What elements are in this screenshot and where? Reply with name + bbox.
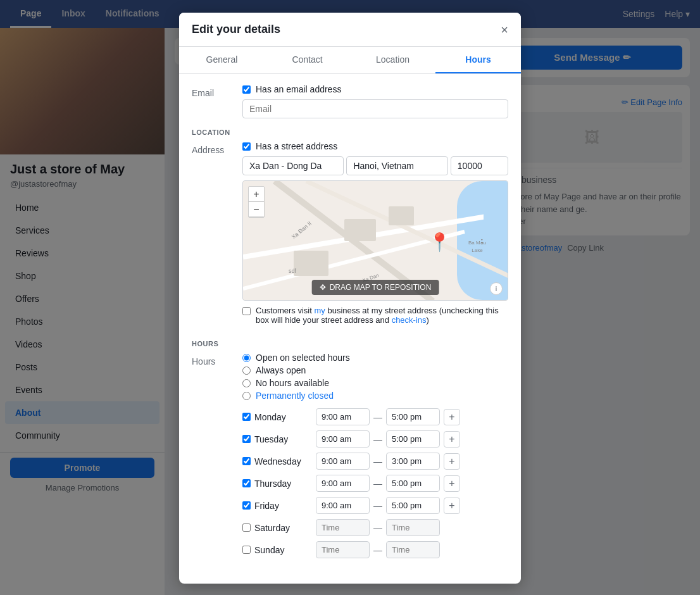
sunday-label[interactable]: Sunday [254, 545, 284, 555]
tuesday-dash: — [373, 434, 382, 444]
tab-location[interactable]: Location [350, 47, 435, 73]
tab-hours[interactable]: Hours [435, 47, 521, 73]
friday-check: Friday [242, 501, 312, 511]
saturday-open-time[interactable] [316, 519, 370, 536]
label-perm-closed[interactable]: Permanently closed [256, 391, 334, 401]
customers-visit-label[interactable]: Customers visit my business at my street… [256, 306, 508, 325]
wednesday-open-time[interactable] [316, 453, 370, 470]
radio-always-open[interactable] [242, 366, 251, 375]
radio-no-hours[interactable] [242, 379, 251, 387]
day-row-friday: Friday — + [242, 497, 508, 514]
address-zip-input[interactable] [451, 156, 508, 175]
monday-close-time[interactable] [386, 408, 440, 425]
thursday-add-button[interactable]: + [444, 475, 460, 492]
modal-body: Email Has an email address LOCATION Addr… [179, 74, 521, 584]
location-section-label: LOCATION [192, 128, 508, 136]
map-zoom-out-button[interactable]: − [249, 202, 264, 217]
has-address-label[interactable]: Has a street address [256, 141, 337, 151]
sunday-checkbox[interactable] [242, 546, 251, 554]
map-zoom-controls: + − [248, 186, 265, 218]
radio-perm-closed[interactable] [242, 392, 251, 400]
sunday-close-time[interactable] [386, 541, 440, 558]
tuesday-label[interactable]: Tuesday [254, 434, 288, 444]
label-always-open[interactable]: Always open [256, 365, 306, 375]
tuesday-add-button[interactable]: + [444, 431, 460, 448]
my-link[interactable]: my [314, 306, 325, 315]
map-pin[interactable]: 📍 [428, 232, 451, 253]
radio-open-selected[interactable] [242, 354, 251, 362]
label-no-hours[interactable]: No hours available [256, 378, 329, 388]
modal-close-button[interactable]: × [501, 23, 508, 36]
wednesday-add-button[interactable]: + [444, 453, 460, 470]
friday-checkbox[interactable] [242, 501, 251, 510]
monday-checkbox[interactable] [242, 413, 251, 421]
tuesday-checkbox[interactable] [242, 435, 251, 443]
friday-dash: — [373, 501, 382, 511]
svg-rect-6 [389, 206, 414, 225]
friday-open-time[interactable] [316, 497, 370, 514]
day-row-sunday: Sunday — [242, 541, 508, 558]
drag-map-label: ✥ DRAG MAP TO REPOSITION [312, 280, 439, 295]
wednesday-close-time[interactable] [386, 453, 440, 470]
address-street-input[interactable] [242, 156, 344, 175]
saturday-check: Saturday [242, 523, 312, 533]
svg-rect-7 [294, 251, 328, 276]
tuesday-close-time[interactable] [386, 430, 440, 448]
wednesday-check: Wednesday [242, 456, 312, 467]
wednesday-dash: — [373, 456, 382, 467]
monday-add-button[interactable]: + [444, 409, 460, 425]
svg-text:Ba Mẫu: Ba Mẫu [468, 239, 486, 246]
address-city-input[interactable] [346, 156, 447, 175]
option-open-selected: Open on selected hours [242, 353, 508, 363]
address-label: Address [192, 141, 242, 155]
has-email-label[interactable]: Has an email address [256, 84, 341, 94]
thursday-close-time[interactable] [386, 475, 440, 492]
address-field-container: Has a street address [242, 141, 508, 330]
email-row: Email Has an email address [192, 84, 508, 118]
has-email-checkbox[interactable] [242, 85, 251, 94]
friday-close-time[interactable] [386, 497, 440, 514]
email-label: Email [192, 84, 242, 98]
monday-dash: — [373, 412, 382, 422]
day-row-thursday: Thursday — + [242, 475, 508, 492]
svg-rect-4 [484, 200, 508, 251]
map-info-button[interactable]: i [490, 282, 503, 295]
map-container[interactable]: Xa Đan II Xa Dan sdf Ba Mẫu Lake Ghế mas… [242, 180, 508, 301]
saturday-dash: — [373, 523, 382, 533]
drag-text: DRAG MAP TO REPOSITION [330, 283, 432, 292]
email-input[interactable] [242, 99, 508, 118]
monday-label[interactable]: Monday [254, 412, 286, 422]
thursday-label[interactable]: Thursday [254, 479, 291, 489]
map-zoom-in-button[interactable]: + [249, 187, 264, 202]
wednesday-label[interactable]: Wednesday [254, 456, 301, 467]
tuesday-open-time[interactable] [316, 430, 370, 448]
label-open-selected[interactable]: Open on selected hours [256, 353, 350, 363]
monday-open-time[interactable] [316, 408, 370, 425]
wednesday-checkbox[interactable] [242, 457, 251, 465]
tab-general[interactable]: General [179, 47, 265, 73]
monday-check: Monday [242, 412, 312, 422]
day-row-tuesday: Tuesday — + [242, 430, 508, 448]
thursday-open-time[interactable] [316, 475, 370, 492]
friday-add-button[interactable]: + [444, 498, 460, 514]
saturday-close-time[interactable] [386, 519, 440, 536]
saturday-checkbox[interactable] [242, 523, 251, 532]
sunday-open-time[interactable] [316, 541, 370, 558]
option-no-hours: No hours available [242, 378, 508, 388]
hours-field-container: Open on selected hours Always open No ho… [242, 353, 508, 563]
thursday-checkbox[interactable] [242, 479, 251, 487]
tab-contact[interactable]: Contact [265, 47, 350, 73]
customers-visit-checkbox[interactable] [242, 307, 251, 315]
thursday-dash: — [373, 479, 382, 489]
option-perm-closed: Permanently closed [242, 391, 508, 401]
has-address-checkbox-row: Has a street address [242, 141, 508, 151]
saturday-label[interactable]: Saturday [254, 523, 290, 533]
has-address-checkbox[interactable] [242, 142, 251, 151]
svg-text:sdf: sdf [289, 268, 297, 274]
day-row-monday: Monday — + [242, 408, 508, 425]
friday-label[interactable]: Friday [254, 501, 279, 511]
modal-tabs: General Contact Location Hours [179, 47, 521, 74]
check-ins-link[interactable]: check-ins [392, 315, 427, 325]
edit-details-modal: Edit your details × General Contact Loca… [179, 13, 521, 584]
address-fields [242, 156, 508, 175]
